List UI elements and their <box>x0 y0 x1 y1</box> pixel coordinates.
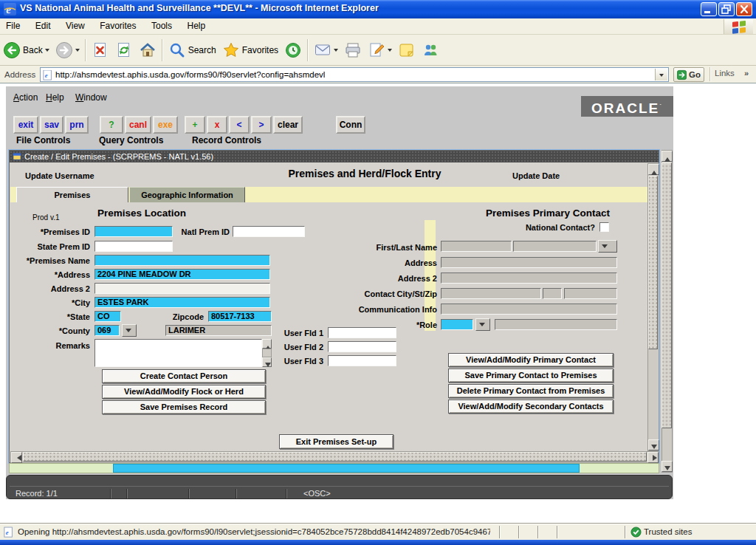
role-desc-field[interactable] <box>495 319 617 330</box>
osc-indicator: <OSC> <box>303 489 331 498</box>
exit-button[interactable]: exit <box>13 116 38 134</box>
menu-favorites[interactable]: Favorites <box>94 18 142 34</box>
save-button[interactable]: sav <box>40 116 63 134</box>
form-vertical-scrollbar[interactable] <box>647 163 659 451</box>
form-hscroll-thumb[interactable] <box>23 452 647 462</box>
clear-record-button[interactable]: clear <box>273 116 303 134</box>
contact-name-dropdown-button[interactable] <box>598 240 617 253</box>
premises-window-titlebar[interactable]: Create / Edit Premises - (SCRPREMS - NAT… <box>10 151 659 162</box>
previous-record-button[interactable]: < <box>229 116 250 134</box>
scroll-up-icon[interactable] <box>662 151 673 162</box>
menu-tools[interactable]: Tools <box>145 18 178 34</box>
forward-button[interactable] <box>52 40 83 61</box>
menu-view[interactable]: View <box>60 18 91 34</box>
address-input[interactable]: e http://ahsmdevtest.aphis.usda.gov/form… <box>40 67 669 82</box>
links-label[interactable]: Links <box>715 69 735 78</box>
save-premises-record-button[interactable]: Save Premises Record <box>102 400 266 414</box>
applet-horizontal-scrollbar[interactable] <box>9 463 659 473</box>
county-name-field[interactable]: LARIMER <box>165 325 272 336</box>
create-contact-person-button[interactable]: Create Contact Person <box>102 369 266 383</box>
history-button[interactable] <box>281 40 305 61</box>
form-horizontal-scrollbar[interactable] <box>10 451 659 463</box>
contact-zip-field[interactable] <box>564 288 617 299</box>
print-button[interactable] <box>341 40 365 61</box>
save-primary-contact-button[interactable]: Save Primary Contact to Premises <box>448 369 614 383</box>
scroll-up-icon[interactable] <box>648 164 659 175</box>
applet-menu-window[interactable]: Window <box>71 91 111 104</box>
contact-first-name-field[interactable] <box>441 241 512 252</box>
cancel-query-button[interactable]: canl <box>125 116 151 134</box>
stop-button[interactable] <box>89 40 112 61</box>
exit-premises-setup-button[interactable]: Exit Premises Set-up <box>279 434 394 449</box>
scroll-down-icon[interactable] <box>648 439 659 450</box>
applet-vertical-scrollbar[interactable] <box>662 150 673 473</box>
address-field[interactable]: 2204 PINE MEADOW DR <box>94 269 270 280</box>
menu-edit[interactable]: Edit <box>30 18 57 34</box>
tab-premises[interactable]: Premises <box>16 187 128 202</box>
edit-button[interactable] <box>365 40 395 61</box>
delete-record-button[interactable]: x <box>207 116 227 134</box>
user-fld3-field[interactable] <box>328 355 396 366</box>
mail-button[interactable] <box>311 40 341 61</box>
communication-info-field[interactable] <box>441 304 617 315</box>
contact-address2-field[interactable] <box>441 272 617 284</box>
messenger-button[interactable] <box>419 40 442 61</box>
user-fld2-field[interactable] <box>328 341 396 352</box>
favorites-button[interactable]: Favorites <box>219 40 281 61</box>
back-button[interactable]: Back <box>0 40 52 61</box>
zipcode-field[interactable]: 80517-7133 <box>208 311 272 322</box>
add-record-button[interactable]: + <box>185 116 205 134</box>
back-dropdown-icon[interactable] <box>45 49 49 54</box>
natl-prem-id-field[interactable] <box>233 226 305 237</box>
contact-state-field[interactable] <box>543 288 562 299</box>
state-prem-id-field[interactable] <box>94 241 173 252</box>
go-button[interactable]: Go <box>673 67 704 82</box>
menu-help[interactable]: Help <box>181 18 211 34</box>
national-contact-checkbox[interactable] <box>599 222 609 232</box>
contact-city-field[interactable] <box>441 288 541 299</box>
menu-file[interactable]: File <box>0 18 26 34</box>
conn-button[interactable]: Conn <box>336 116 365 134</box>
scroll-down-icon[interactable] <box>662 461 673 472</box>
minimize-button[interactable] <box>701 2 717 16</box>
address-dropdown-button[interactable] <box>655 69 667 80</box>
applet-hscroll-thumb[interactable] <box>113 464 580 473</box>
mail-dropdown-icon[interactable] <box>334 49 338 54</box>
city-field[interactable]: ESTES PARK <box>94 297 270 308</box>
role-code-field[interactable] <box>441 319 473 330</box>
applet-menu-action[interactable]: Action <box>9 91 42 104</box>
restore-button[interactable] <box>718 2 735 16</box>
execute-query-button[interactable]: exe <box>153 116 178 134</box>
home-button[interactable] <box>136 40 159 61</box>
view-add-modify-flock-button[interactable]: View/Add/Modify Flock or Herd <box>102 385 266 399</box>
edit-dropdown-icon[interactable] <box>388 49 392 54</box>
remarks-field[interactable] <box>94 339 262 367</box>
county-code-field[interactable]: 069 <box>94 325 120 336</box>
form-vscroll-thumb[interactable] <box>648 176 658 349</box>
premises-id-label: *Premises ID <box>10 227 90 238</box>
links-chevron-icon[interactable]: » <box>744 69 749 78</box>
county-dropdown-button[interactable] <box>122 324 137 337</box>
delete-primary-contact-button[interactable]: Delete Primary Contact from Premises <box>448 384 614 398</box>
enter-query-button[interactable]: ? <box>100 116 123 134</box>
role-dropdown-button[interactable] <box>475 318 490 331</box>
close-button[interactable] <box>736 2 752 16</box>
applet-vscroll-thumb[interactable] <box>662 162 672 428</box>
notes-button[interactable] <box>395 40 419 61</box>
applet-menu-help[interactable]: Help <box>41 91 69 104</box>
premises-name-field[interactable] <box>94 255 270 266</box>
contact-address-field[interactable] <box>441 257 617 268</box>
next-record-button[interactable]: > <box>251 116 272 134</box>
state-field[interactable]: CO <box>94 311 121 322</box>
address2-field[interactable] <box>94 283 270 294</box>
refresh-button[interactable] <box>112 40 136 61</box>
forward-dropdown-icon[interactable] <box>75 49 80 54</box>
view-add-modify-secondary-contacts-button[interactable]: View/Add/Modify Secondary Contacts <box>448 400 614 414</box>
tab-geographic-information[interactable]: Geographic Information <box>129 187 245 202</box>
view-add-modify-primary-contact-button[interactable]: View/Add/Modify Primary Contact <box>448 353 614 367</box>
search-button[interactable]: Search <box>165 40 219 61</box>
print-forms-button[interactable]: prn <box>65 116 89 134</box>
scroll-left-icon[interactable] <box>11 452 22 463</box>
contact-last-name-field[interactable] <box>513 241 597 252</box>
scroll-right-icon[interactable] <box>647 452 659 463</box>
